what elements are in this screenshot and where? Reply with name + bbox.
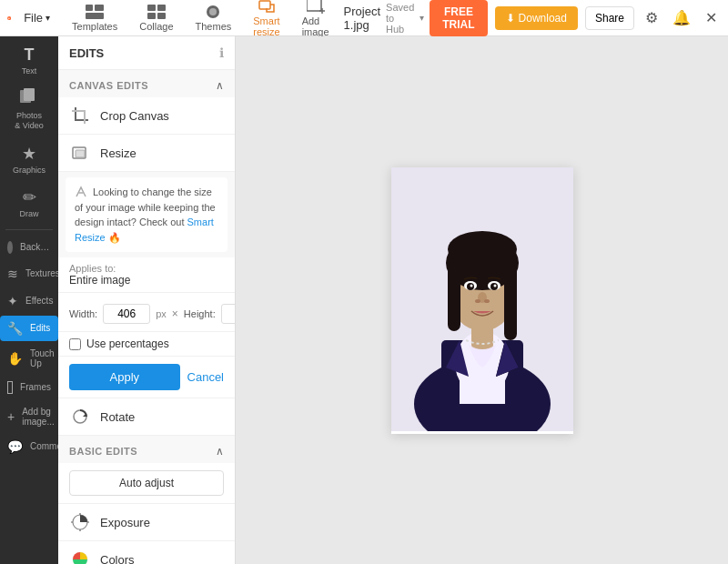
- effects-icon: ✦: [7, 294, 18, 308]
- colors-item[interactable]: Colors: [58, 541, 235, 564]
- main-area: T Text Photos& Video ★ Graphics ✏ Draw B…: [0, 36, 728, 564]
- top-tools: Templates Collage Themes Smart resize Ad…: [63, 0, 339, 41]
- sidebar-item-graphics[interactable]: ★ Graphics: [0, 138, 58, 180]
- svg-rect-12: [307, 0, 321, 11]
- apply-button[interactable]: Apply: [69, 364, 180, 390]
- sidebar-label-graphics: Graphics: [13, 166, 46, 175]
- auto-adjust-button[interactable]: Auto adjust: [69, 470, 224, 496]
- svg-point-51: [493, 284, 496, 287]
- project-name: Project 1.jpg: [344, 5, 380, 32]
- graphics-icon: ★: [22, 144, 36, 164]
- bg-color-icon: [7, 241, 13, 254]
- close-icon[interactable]: ✕: [702, 5, 721, 30]
- exposure-item[interactable]: Exposure: [58, 504, 235, 541]
- add-bg-icon: +: [7, 409, 15, 424]
- use-percentages-row: Use percentages: [58, 332, 235, 357]
- canvas-image: [391, 167, 573, 434]
- crop-canvas-label: Crop Canvas: [100, 109, 169, 123]
- resize-item[interactable]: Resize: [58, 135, 235, 172]
- project-info: Project 1.jpg Saved to Hub ▾: [344, 2, 425, 35]
- portrait-image: [391, 167, 573, 431]
- left-sidebar: T Text Photos& Video ★ Graphics ✏ Draw B…: [0, 36, 58, 564]
- top-right: FREE TRIAL ⬇ Download Share ⚙ 🔔 ✕: [430, 0, 721, 36]
- svg-rect-16: [24, 88, 35, 101]
- svg-point-53: [475, 299, 480, 303]
- collage-tool[interactable]: Collage: [130, 1, 182, 35]
- sidebar-item-frames[interactable]: Frames: [0, 376, 58, 399]
- chevron-down-icon: ▾: [46, 13, 50, 23]
- basic-edits-chevron[interactable]: ∧: [216, 445, 224, 458]
- rotate-item[interactable]: Rotate: [58, 398, 235, 436]
- frames-icon: [7, 381, 13, 394]
- sidebar-item-text[interactable]: T Text: [0, 40, 58, 81]
- comments-icon: 💬: [7, 439, 23, 454]
- svg-rect-44: [504, 254, 517, 340]
- themes-tool[interactable]: Themes: [187, 1, 241, 35]
- auto-adjust-item[interactable]: Auto adjust: [58, 463, 235, 504]
- sidebar-label-photos: Photos& Video: [15, 111, 43, 131]
- svg-point-10: [209, 8, 217, 15]
- exposure-label: Exposure: [100, 516, 150, 529]
- basic-edits-header: BASIC EDITS ∧: [58, 436, 235, 463]
- bell-icon[interactable]: 🔔: [669, 5, 694, 30]
- sidebar-item-comments[interactable]: 💬 Comments: [0, 434, 58, 459]
- rotate-icon: [69, 406, 91, 428]
- height-label: Height:: [184, 308, 216, 319]
- free-trial-button[interactable]: FREE TRIAL: [430, 0, 487, 36]
- canvas-edits-chevron[interactable]: ∧: [216, 79, 224, 92]
- sidebar-item-touch-up[interactable]: ✋ Touch Up: [0, 343, 58, 374]
- file-menu[interactable]: File ▾: [16, 7, 57, 28]
- svg-point-45: [448, 231, 517, 267]
- sidebar-item-draw[interactable]: ✏ Draw: [0, 182, 58, 224]
- height-input[interactable]: [221, 304, 236, 324]
- canvas-edits-header: CANVAS EDITS ∧: [58, 70, 235, 97]
- smart-resize-tool[interactable]: Smart resize: [244, 0, 288, 41]
- svg-rect-11: [259, 1, 270, 9]
- sidebar-item-bg-color[interactable]: Background color: [0, 236, 58, 259]
- settings-icon[interactable]: ⚙: [642, 5, 662, 30]
- use-percentages-checkbox[interactable]: [69, 338, 81, 350]
- logo-icon: ⊕: [7, 5, 11, 31]
- width-label: Width:: [69, 308, 97, 319]
- edits-icon: 🔧: [7, 321, 23, 336]
- svg-rect-8: [157, 13, 166, 19]
- sidebar-item-effects[interactable]: ✦ Effects: [0, 288, 58, 314]
- exposure-icon: [69, 511, 91, 533]
- colors-icon: [69, 549, 91, 564]
- svg-point-54: [484, 299, 490, 303]
- share-button[interactable]: Share: [585, 6, 634, 30]
- panel-title: EDITS: [69, 46, 104, 60]
- info-icon[interactable]: ℹ: [219, 45, 224, 60]
- multiply-icon: ×: [172, 307, 178, 320]
- resize-info-box: Looking to change the size of your image…: [66, 177, 228, 252]
- download-button[interactable]: ⬇ Download: [495, 6, 578, 30]
- crop-icon: [69, 105, 91, 126]
- svg-rect-5: [147, 5, 156, 11]
- canvas-area: [236, 36, 728, 564]
- sidebar-item-photos[interactable]: Photos& Video: [0, 83, 58, 136]
- apply-cancel-row: Apply Cancel: [58, 357, 235, 398]
- svg-rect-4: [86, 13, 104, 19]
- templates-tool[interactable]: Templates: [63, 1, 126, 35]
- sidebar-item-textures[interactable]: ≋ Textures: [0, 261, 58, 287]
- svg-rect-2: [86, 5, 93, 11]
- sidebar-item-add-bg[interactable]: + Add bg image...: [0, 401, 58, 432]
- canvas-edits-label: CANVAS EDITS: [69, 80, 148, 91]
- applies-section: Applies to: Entire image: [58, 257, 235, 293]
- sidebar-item-edits[interactable]: 🔧 Edits: [0, 316, 58, 341]
- textures-icon: ≋: [7, 267, 18, 281]
- crop-canvas-item[interactable]: Crop Canvas: [58, 97, 235, 135]
- add-image-tool[interactable]: Add image: [293, 0, 339, 41]
- svg-rect-7: [147, 13, 156, 19]
- cancel-button[interactable]: Cancel: [187, 370, 224, 384]
- width-unit: px: [156, 308, 167, 319]
- width-input[interactable]: [103, 304, 150, 324]
- svg-rect-3: [95, 5, 104, 11]
- basic-edits-label: BASIC EDITS: [69, 446, 137, 457]
- text-icon: T: [25, 45, 35, 65]
- dimensions-section: Width: px × Height: px 🔗: [58, 293, 235, 332]
- hub-chevron-icon: ▾: [420, 13, 424, 23]
- sidebar-label-draw: Draw: [19, 209, 38, 218]
- svg-point-50: [470, 284, 472, 287]
- panel-header: EDITS ℹ: [58, 36, 235, 70]
